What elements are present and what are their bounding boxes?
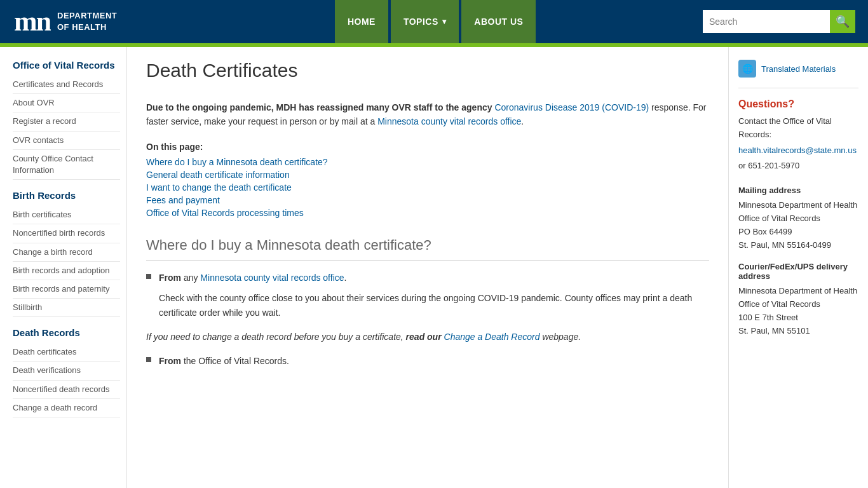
italic-text1: If you need to change a death record bef… [146,332,406,342]
sidebar-section-death-records: Death Records [13,327,120,338]
bullet1-from-label: From [159,273,181,283]
questions-box: Questions? Contact the Office of Vital R… [738,98,858,173]
italic-note: If you need to change a death record bef… [146,330,709,344]
sidebar-link-noncertified-birth[interactable]: Noncertified birth records [13,224,120,243]
toc-item: I want to change the death certificate [146,182,709,193]
sidebar-link-certificates-records[interactable]: Certificates and Records [13,76,120,94]
section-heading-buy: Where do I buy a Minnesota death certifi… [146,237,709,261]
italic-text2: webpage. [540,332,581,342]
search-icon: 🔍 [836,15,850,29]
about-us-nav-button[interactable]: ABOUT US [461,0,536,43]
toc-link-change[interactable]: I want to change the death certificate [146,182,292,193]
alert-text3: . [521,116,524,126]
sidebar-link-ovr-contacts[interactable]: OVR contacts [13,132,120,150]
sidebar-link-noncertified-death[interactable]: Noncertified death records [13,381,120,399]
county-vital-link2[interactable]: Minnesota county vital records office [200,273,344,283]
mailing-address-box: Mailing address Minnesota Department of … [738,186,858,252]
sidebar-link-county-office[interactable]: County Office Contact Information [13,150,120,180]
bullet2-text: the Office of Vital Records. [181,356,289,366]
change-record-link[interactable]: Change a Death Record [444,332,540,342]
toc-link-general[interactable]: General death certificate information [146,170,290,180]
department-name: DEPARTMENT OF HEALTH [57,10,117,33]
mailing-line-1: Office of Vital Records [738,212,858,226]
page-title: Death Certificates [146,60,709,88]
sidebar-link-birth-adoption[interactable]: Birth records and adoption [13,262,120,280]
italic-bold: read our [406,332,442,342]
mailing-title: Mailing address [738,186,858,195]
on-this-page-label: On this page: Where do I buy a Minnesota… [146,142,709,218]
alert-box: Due to the ongoing pandemic, MDH has rea… [146,100,709,129]
courier-line-3: St. Paul, MN 55101 [738,325,858,338]
toc-link-buy[interactable]: Where do I buy a Minnesota death certifi… [146,157,328,167]
translated-materials-box: 🌐 Translated Materials [738,60,858,88]
home-nav-button[interactable]: HOME [335,0,388,43]
alert-text-bold1: Due to the ongoing pandemic, MDH has rea… [146,102,494,112]
toc-link-fees[interactable]: Fees and payment [146,195,220,205]
logo-area: mn DEPARTMENT OF HEALTH [13,4,117,39]
email-link[interactable]: health.vitalrecords@state.mn.us [738,146,857,155]
questions-title: Questions? [738,98,858,110]
mailing-line-2: PO Box 64499 [738,226,858,239]
sidebar-link-change-birth[interactable]: Change a birth record [13,243,120,262]
courier-address-box: Courier/FedEx/UPS delivery address Minne… [738,262,858,337]
courier-line-2: 100 E 7th Street [738,311,858,325]
toc-item: Where do I buy a Minnesota death certifi… [146,157,709,167]
toc-item: Office of Vital Records processing times [146,208,709,218]
sidebar-link-birth-paternity[interactable]: Birth records and paternity [13,280,120,299]
right-sidebar: 🌐 Translated Materials Questions? Contac… [728,47,868,488]
sidebar-section-vital-records: Office of Vital Records [13,60,120,71]
svg-text:mn: mn [14,6,51,36]
translate-icon: 🌐 [738,60,756,78]
sidebar-link-change-death[interactable]: Change a death record [13,399,120,417]
site-header: mn DEPARTMENT OF HEALTH HOME TOPICS ABOU… [0,0,868,43]
search-button[interactable]: 🔍 [830,10,855,33]
bullet-content-2: From the Office of Vital Records. [159,354,709,368]
main-content: Death Certificates Due to the ongoing pa… [127,47,728,488]
bullet-icon [146,274,151,279]
bullet-content-1: From any Minnesota county vital records … [159,271,709,320]
translated-materials-link[interactable]: Translated Materials [761,64,836,74]
courier-line-0: Minnesota Department of Health [738,285,858,298]
toc-item: Fees and payment [146,195,709,205]
page-layout: Office of Vital Records Certificates and… [0,47,868,488]
sidebar-link-death-certs[interactable]: Death certificates [13,343,120,362]
bullet-item-2: From the Office of Vital Records. [146,354,709,368]
bullet-icon-2 [146,357,151,362]
search-area: 🔍 [703,10,855,33]
topics-nav-button[interactable]: TOPICS [391,0,459,43]
bullet2-from-label: From [159,356,181,366]
left-sidebar: Office of Vital Records Certificates and… [0,47,127,488]
county-vital-link1[interactable]: Minnesota county vital records office [377,116,521,126]
bullet1-sub-text: Check with the county office close to yo… [159,291,709,320]
toc-item: General death certificate information [146,170,709,180]
sidebar-link-stillbirth[interactable]: Stillbirth [13,299,120,317]
main-nav: HOME TOPICS ABOUT US [168,0,703,43]
toc-link-processing[interactable]: Office of Vital Records processing times [146,208,304,218]
sidebar-link-death-verifications[interactable]: Death verifications [13,362,120,380]
courier-title: Courier/FedEx/UPS delivery address [738,262,858,281]
courier-line-1: Office of Vital Records [738,298,858,311]
table-of-contents: Where do I buy a Minnesota death certifi… [146,157,709,218]
sidebar-section-birth-records: Birth Records [13,190,120,201]
questions-text1: Contact the Office of Vital Records: [738,115,858,142]
sidebar-link-about-ovr[interactable]: About OVR [13,94,120,112]
covid-link[interactable]: Coronavirus Disease 2019 (COVID-19) [494,102,649,112]
bullet-item-1: From any Minnesota county vital records … [146,271,709,320]
bullet1-period: . [344,273,347,283]
phone-number: or 651-201-5970 [738,159,858,173]
search-input[interactable] [703,10,830,33]
sidebar-link-register-record[interactable]: Register a record [13,112,120,131]
mailing-line-0: Minnesota Department of Health [738,199,858,212]
sidebar-link-birth-certs[interactable]: Birth certificates [13,206,120,224]
mailing-line-3: St. Paul, MN 55164-0499 [738,239,858,252]
logo-icon: mn [13,4,51,39]
